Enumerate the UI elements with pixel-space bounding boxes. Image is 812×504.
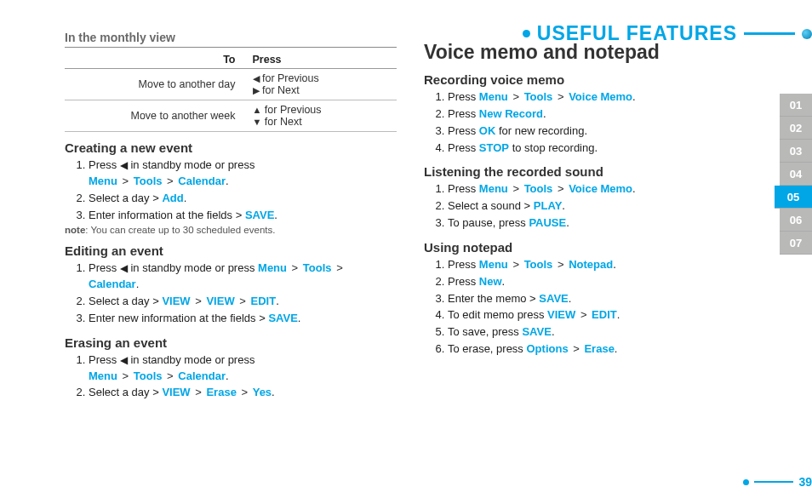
- kw-menu: Menu: [89, 175, 117, 187]
- list-item: Press Menu > Tools > Voice Memo.: [448, 181, 739, 198]
- note-text: note: You can create up to 30 scheduled …: [65, 225, 397, 235]
- erasing-heading: Erasing an event: [65, 335, 397, 350]
- list-item: Enter the memo > SAVE.: [448, 291, 739, 307]
- list-item: To edit memo press VIEW > EDIT.: [448, 307, 739, 324]
- keymap-action: Move to another day: [65, 69, 248, 100]
- recording-steps: Press Menu > Tools > Voice Memo. Press N…: [448, 89, 739, 156]
- notepad-steps: Press Menu > Tools > Notepad. Press New.…: [448, 257, 739, 358]
- list-item: Press ◀ in standby mode or press Menu > …: [89, 261, 397, 293]
- list-item: Select a day > VIEW > Erase > Yes.: [89, 385, 397, 401]
- keymap-table: To Press Move to another day◀ for Previo…: [65, 51, 397, 132]
- keymap-keys: ◀ for Previous▶ for Next: [248, 69, 397, 100]
- listening-steps: Press Menu > Tools > Voice Memo. Select …: [448, 181, 739, 232]
- page-number: 39: [798, 475, 812, 489]
- arrow-icon: ▼: [253, 117, 262, 127]
- list-item: Press Menu > Tools > Notepad.: [448, 257, 739, 273]
- arrow-icon: ▲: [253, 106, 262, 115]
- recording-heading: Recording voice memo: [424, 72, 739, 87]
- list-item: To save, press SAVE.: [448, 324, 739, 341]
- right-column: Voice memo and notepad Recording voice m…: [424, 31, 739, 402]
- list-item: Press OK for new recording.: [448, 123, 739, 140]
- list-item: Press New.: [448, 274, 739, 290]
- left-column: In the monthly view To Press Move to ano…: [65, 31, 397, 402]
- left-arrow-icon: ◀: [120, 159, 128, 171]
- editing-heading: Editing an event: [65, 243, 397, 258]
- listening-heading: Listening the recorded sound: [424, 164, 739, 179]
- list-item: Select a day > Add.: [89, 191, 397, 207]
- voice-memo-title: Voice memo and notepad: [424, 41, 739, 64]
- creating-heading: Creating a new event: [65, 140, 397, 155]
- kw-calendar: Calendar: [178, 175, 226, 187]
- table-row: Move to another week▲ for Previous▼ for …: [65, 100, 397, 132]
- keymap-keys: ▲ for Previous▼ for Next: [248, 100, 397, 132]
- list-item: To pause, press PAUSE.: [448, 215, 739, 232]
- kw-add: Add: [162, 192, 183, 204]
- creating-steps: Press ◀ in standby mode or press Menu > …: [89, 158, 397, 223]
- footer-dot-icon: [743, 479, 749, 485]
- list-item: To erase, press Options > Erase.: [448, 341, 739, 358]
- left-arrow-icon: ◀: [120, 262, 128, 274]
- list-item: Press ◀ in standby mode or press Menu > …: [89, 158, 397, 190]
- th-to: To: [65, 51, 248, 69]
- arrow-icon: ◀: [253, 74, 260, 83]
- list-item: Press STOP to stop recording.: [448, 140, 739, 157]
- erasing-steps: Press ◀ in standby mode or press Menu > …: [89, 352, 397, 402]
- arrow-icon: ▶: [253, 86, 260, 95]
- list-item: Enter information at the fields > SAVE.: [89, 208, 397, 224]
- list-item: Select a sound > PLAY.: [448, 198, 739, 215]
- monthly-view-heading: In the monthly view: [65, 31, 397, 48]
- footer-line-icon: [754, 481, 793, 483]
- left-arrow-icon: ◀: [120, 354, 128, 366]
- list-item: Press Menu > Tools > Voice Memo.: [448, 89, 739, 106]
- list-item: Select a day > VIEW > VIEW > EDIT.: [89, 294, 397, 310]
- page-footer: 39: [743, 475, 812, 489]
- list-item: Press New Record.: [448, 106, 739, 123]
- kw-save: SAVE: [245, 209, 274, 221]
- table-row: Move to another day◀ for Previous▶ for N…: [65, 69, 397, 100]
- list-item: Enter new information at the fields > SA…: [89, 311, 397, 327]
- kw-tools: Tools: [134, 175, 163, 187]
- keymap-action: Move to another week: [65, 100, 248, 132]
- editing-steps: Press ◀ in standby mode or press Menu > …: [89, 261, 397, 326]
- notepad-heading: Using notepad: [424, 240, 739, 255]
- th-press: Press: [248, 51, 397, 69]
- list-item: Press ◀ in standby mode or press Menu > …: [89, 352, 397, 385]
